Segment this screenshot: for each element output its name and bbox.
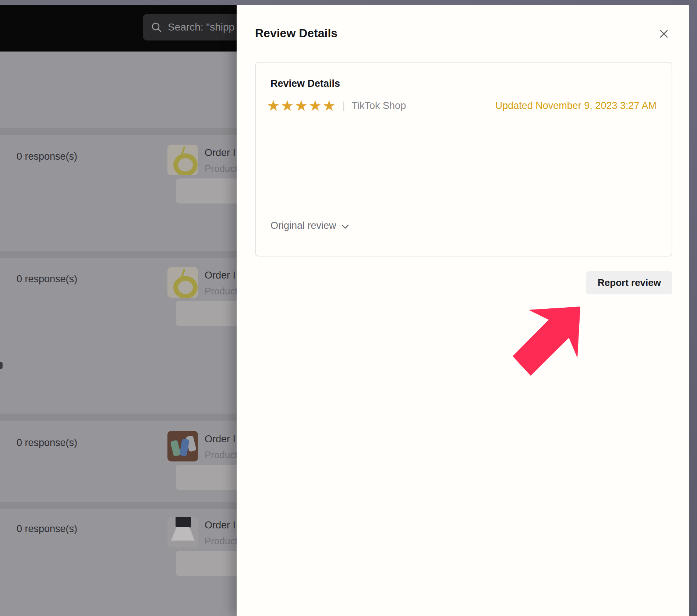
page-edge-mark (0, 362, 3, 369)
window-right-edge (689, 0, 697, 616)
search-input[interactable]: Search: "shipp (143, 14, 237, 40)
review-row: 0 response(s) Order I Product (0, 145, 237, 224)
review-card-heading: Review Details (270, 78, 340, 89)
rating-divider: | (342, 100, 345, 111)
star-icon: ★ (295, 98, 309, 113)
search-icon (151, 22, 162, 33)
report-review-button[interactable]: Report review (586, 271, 672, 294)
responses-count: 0 response(s) (17, 273, 77, 285)
row-sub-panel (176, 178, 237, 203)
row-sub-panel (176, 551, 237, 576)
review-row: 0 response(s) Order I Product (0, 517, 237, 596)
close-button[interactable] (655, 25, 673, 43)
product-id-label: Product (205, 286, 237, 297)
search-text: Search: "shipp (168, 21, 234, 33)
order-id-label: Order I (205, 270, 236, 281)
row-sub-panel (176, 465, 237, 490)
product-thumbnail (167, 267, 198, 298)
review-details-drawer: Review Details Review Details ★ ★ ★ ★ ★ … (237, 5, 697, 616)
star-icon: ★ (267, 98, 281, 113)
background-page: Search: "shipp 0 response(s) Order I Pro… (0, 5, 237, 616)
product-id-label: Product (205, 449, 237, 461)
order-id-label: Order I (205, 520, 236, 531)
review-row: 0 response(s) Order I Product (0, 431, 237, 510)
product-thumbnail (167, 145, 198, 175)
product-id-label: Product (205, 163, 237, 174)
review-source: TikTok Shop (352, 100, 406, 111)
product-id-label: Product (205, 535, 237, 547)
product-thumbnail (167, 517, 198, 548)
original-review-label: Original review (270, 220, 336, 231)
close-icon (659, 29, 668, 38)
row-separator (0, 251, 237, 258)
window-top-edge (0, 0, 697, 5)
row-separator (0, 414, 237, 421)
review-row: 0 response(s) Order I Product (0, 267, 237, 346)
star-icon: ★ (309, 98, 323, 113)
responses-count: 0 response(s) (17, 437, 77, 449)
order-id-label: Order I (205, 147, 236, 159)
row-separator (0, 128, 237, 135)
responses-count: 0 response(s) (17, 523, 77, 535)
row-sub-panel (176, 301, 237, 326)
star-icon: ★ (322, 98, 336, 113)
responses-count: 0 response(s) (17, 151, 77, 162)
star-icon: ★ (281, 98, 295, 113)
drawer-title: Review Details (255, 26, 337, 40)
review-card: Review Details ★ ★ ★ ★ ★ | TikTok Shop U… (255, 62, 672, 256)
original-review-toggle[interactable]: Original review (270, 220, 349, 231)
updated-timestamp: Updated November 9, 2023 3:27 AM (495, 100, 657, 111)
chevron-down-icon (342, 224, 349, 229)
rating-row: ★ ★ ★ ★ ★ | TikTok Shop Updated November… (267, 98, 657, 113)
product-thumbnail (167, 431, 198, 461)
order-id-label: Order I (205, 433, 236, 445)
page-top-header: Search: "shipp (0, 5, 237, 52)
